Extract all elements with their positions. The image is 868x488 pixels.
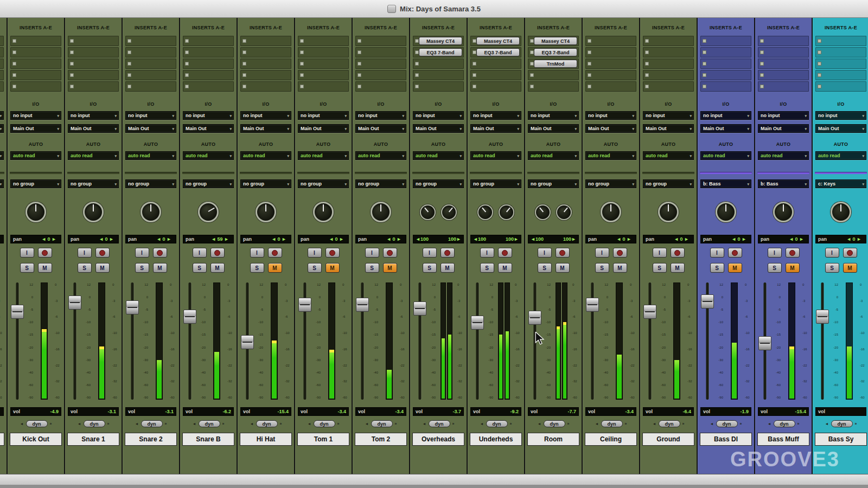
fader-handle[interactable] (758, 336, 771, 350)
volume-fader[interactable] (67, 281, 83, 401)
record-arm-button[interactable] (326, 248, 340, 258)
record-arm-button[interactable] (671, 248, 685, 258)
insert-slot[interactable] (758, 47, 809, 57)
fader-handle[interactable] (643, 305, 656, 319)
insert-slot[interactable] (700, 59, 751, 69)
solo-button[interactable]: S (250, 263, 264, 273)
automation-mode-selector[interactable]: auto read ▾ (183, 151, 234, 160)
insert-slot[interactable] (355, 81, 406, 92)
insert-slot[interactable] (10, 59, 61, 69)
automation-mode-selector[interactable]: auto read ▾ (240, 151, 291, 160)
record-arm-button[interactable] (383, 248, 397, 258)
solo-button[interactable]: S (768, 263, 782, 273)
pan-knob[interactable] (371, 202, 391, 222)
insert-slot[interactable] (298, 59, 349, 69)
input-selector[interactable]: no input ▾ (413, 111, 464, 120)
fader-handle[interactable] (11, 305, 24, 319)
group-selector[interactable]: no group ▾ (643, 179, 694, 188)
insert-slot[interactable] (298, 36, 349, 46)
input-selector[interactable]: no input ▾ (815, 111, 866, 120)
pan-knob[interactable] (83, 202, 104, 222)
input-monitor-button[interactable]: I (825, 248, 839, 258)
insert-slot[interactable] (0, 36, 4, 46)
mute-button[interactable]: M (671, 263, 685, 273)
dyn-button[interactable]: dyn (26, 420, 48, 427)
input-monitor-button[interactable]: I (308, 248, 322, 258)
volume-display[interactable]: vol -3.1 (68, 407, 119, 416)
fader-handle[interactable] (126, 300, 139, 314)
group-selector[interactable]: b: Bass ▾ (700, 179, 751, 188)
pan-knob[interactable] (831, 202, 851, 222)
automation-mode-selector[interactable]: auto read ▾ (700, 151, 751, 160)
insert-slot[interactable] (125, 70, 176, 80)
pan-knob[interactable] (535, 204, 551, 220)
solo-button[interactable]: S (480, 263, 494, 273)
group-selector[interactable]: no group ▾ (355, 179, 406, 188)
insert-slot[interactable] (125, 36, 176, 46)
insert-slot[interactable] (585, 81, 636, 92)
dyn-left-arrow-icon[interactable]: ◄ (20, 422, 24, 426)
pan-display[interactable]: pan ◄ 0 ► (68, 235, 119, 243)
mute-button[interactable]: M (95, 263, 110, 273)
pan-knob[interactable] (420, 204, 436, 220)
automation-mode-selector[interactable]: auto read ▾ (643, 151, 694, 160)
insert-slot[interactable] (183, 59, 234, 69)
insert-slot[interactable] (815, 59, 866, 69)
dyn-left-arrow-icon[interactable]: ◄ (250, 422, 254, 426)
automation-mode-selector[interactable]: auto read ▾ (758, 151, 809, 160)
dyn-left-arrow-icon[interactable]: ◄ (135, 422, 139, 426)
insert-slot[interactable] (758, 59, 809, 69)
solo-button[interactable]: S (193, 263, 207, 273)
track-name[interactable]: Snare 1 (67, 433, 119, 446)
volume-fader[interactable] (469, 281, 486, 401)
dyn-left-arrow-icon[interactable]: ◄ (710, 422, 714, 426)
dyn-button[interactable]: dyn (601, 420, 623, 427)
solo-button[interactable]: S (78, 263, 92, 273)
volume-display[interactable]: vol -15.4 (240, 407, 291, 416)
track-name[interactable]: Underheds (470, 433, 522, 446)
volume-display[interactable]: vol -1.9 (700, 407, 751, 416)
insert-slot[interactable] (413, 81, 464, 92)
fader-handle[interactable] (528, 311, 541, 325)
dyn-left-arrow-icon[interactable]: ◄ (480, 422, 484, 426)
record-arm-button[interactable] (38, 248, 52, 258)
insert-button[interactable]: Massey CT4 (534, 37, 577, 45)
volume-display[interactable]: vol (815, 407, 866, 416)
insert-slot[interactable] (10, 36, 61, 46)
input-monitor-button[interactable]: I (538, 248, 552, 258)
insert-slot[interactable] (125, 59, 176, 69)
insert-slot[interactable] (585, 70, 636, 80)
track-name[interactable]: Overheads (412, 433, 464, 446)
input-selector[interactable]: no input ▾ (585, 111, 636, 120)
volume-fader[interactable] (124, 281, 141, 401)
track-name[interactable] (0, 433, 4, 446)
record-arm-button[interactable] (556, 248, 570, 258)
insert-slot[interactable] (10, 81, 61, 92)
track-name[interactable]: Tom 1 (297, 433, 349, 446)
solo-button[interactable]: S (710, 263, 724, 273)
insert-slot[interactable] (815, 70, 866, 80)
volume-fader[interactable] (182, 281, 198, 401)
dyn-right-arrow-icon[interactable]: » (855, 422, 857, 426)
track-name[interactable]: Room (527, 433, 579, 446)
dyn-left-arrow-icon[interactable]: ◄ (78, 422, 81, 426)
fader-handle[interactable] (816, 310, 829, 324)
automation-mode-selector[interactable]: auto read ▾ (10, 151, 61, 160)
fader-track[interactable] (16, 282, 19, 400)
volume-display[interactable]: vol -6.4 (643, 407, 694, 416)
mute-button[interactable]: M (153, 263, 167, 273)
insert-slot[interactable] (0, 81, 4, 92)
dyn-button[interactable]: dyn (831, 420, 853, 427)
record-arm-button[interactable] (613, 248, 627, 258)
input-selector[interactable]: no input ▾ (10, 111, 61, 120)
solo-button[interactable]: S (20, 263, 34, 273)
insert-slot[interactable] (528, 81, 579, 92)
pan-display[interactable]: pan ◄ 0 ► (815, 235, 866, 243)
track-name[interactable]: Snare 2 (125, 433, 177, 446)
automation-mode-selector[interactable]: auto read ▾ (355, 151, 406, 160)
volume-display[interactable]: vol -6.2 (183, 407, 234, 416)
dyn-right-arrow-icon[interactable]: » (222, 422, 225, 426)
solo-button[interactable]: S (538, 263, 552, 273)
dyn-button[interactable]: dyn (141, 420, 163, 427)
insert-slot[interactable] (183, 36, 234, 46)
